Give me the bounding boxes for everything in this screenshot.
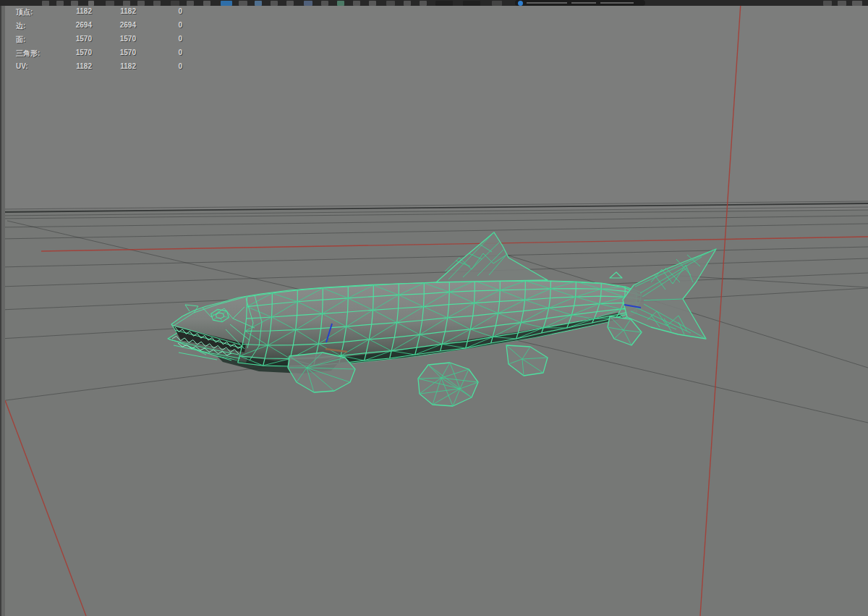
toolbar-icon[interactable] bbox=[137, 1, 145, 6]
cropped-label-text bbox=[527, 2, 567, 4]
hud-label: 边: bbox=[16, 21, 25, 31]
toolbar-icon[interactable] bbox=[304, 1, 312, 6]
hud-component-value: 0 bbox=[148, 21, 182, 29]
toolbar-icon[interactable] bbox=[404, 1, 411, 6]
toolbar-icon[interactable] bbox=[221, 1, 232, 6]
toolbar-icon[interactable] bbox=[88, 1, 94, 6]
toolbar-icon[interactable] bbox=[463, 1, 480, 6]
viewport-left-border-highlight bbox=[1, 6, 5, 616]
toolbar-icon[interactable] bbox=[106, 1, 114, 6]
cropped-label-text bbox=[571, 2, 596, 4]
viewport-3d[interactable] bbox=[0, 0, 868, 616]
hud-component-value: 0 bbox=[148, 62, 182, 70]
hud-total-value: 1182 bbox=[56, 62, 92, 70]
toolbar-icon[interactable] bbox=[852, 1, 862, 6]
toolbar-icon[interactable] bbox=[271, 1, 278, 6]
toolbar-icon[interactable] bbox=[153, 1, 161, 6]
toolbar-icon[interactable] bbox=[369, 1, 376, 6]
hud-label: 面: bbox=[16, 35, 25, 45]
hud-label: 三角形: bbox=[16, 48, 40, 59]
toolbar-icon[interactable] bbox=[838, 1, 846, 6]
hud-selected-value: 1182 bbox=[100, 62, 136, 70]
hud-component-value: 0 bbox=[148, 35, 182, 43]
toolbar-icon[interactable] bbox=[435, 1, 453, 6]
hud-selected-value: 1570 bbox=[100, 35, 136, 43]
hud-total-value: 1182 bbox=[56, 7, 92, 15]
application-window: 顶点:118211820边:269426940面:157015700三角形:15… bbox=[0, 0, 868, 616]
toolbar-icon[interactable] bbox=[386, 1, 395, 6]
toolbar-icon[interactable] bbox=[823, 1, 832, 6]
hud-component-value: 0 bbox=[148, 48, 182, 56]
toolbar-icon[interactable] bbox=[56, 1, 64, 6]
hud-total-value: 1570 bbox=[56, 48, 92, 56]
hud-label: UV: bbox=[16, 62, 28, 70]
toolbar-icon[interactable] bbox=[337, 1, 344, 6]
hud-selected-value: 1570 bbox=[100, 48, 136, 56]
toolbar-icon[interactable] bbox=[187, 1, 194, 6]
hud-label: 顶点: bbox=[16, 7, 33, 17]
toolbar-icon[interactable] bbox=[321, 1, 328, 6]
toolbar-icon[interactable] bbox=[353, 1, 360, 6]
toolbar-strip-cropped[interactable] bbox=[0, 0, 868, 6]
toolbar-icon[interactable] bbox=[123, 1, 130, 6]
hud-total-value: 1570 bbox=[56, 35, 92, 43]
toolbar-icon[interactable] bbox=[171, 1, 179, 6]
hud-selected-value: 2694 bbox=[100, 21, 136, 29]
hud-component-value: 0 bbox=[148, 7, 182, 15]
camera-icon bbox=[518, 1, 523, 6]
toolbar-icon[interactable] bbox=[286, 1, 294, 6]
ground-plane bbox=[0, 210, 868, 616]
toolbar-icon[interactable] bbox=[420, 1, 427, 6]
viewport-label-capsule[interactable] bbox=[515, 0, 645, 6]
toolbar-icon[interactable] bbox=[239, 1, 247, 6]
toolbar-icon[interactable] bbox=[203, 1, 210, 6]
toolbar-icon[interactable] bbox=[42, 1, 49, 6]
toolbar-icon[interactable] bbox=[71, 1, 78, 6]
cropped-label-text bbox=[600, 2, 634, 4]
hud-total-value: 2694 bbox=[56, 21, 92, 29]
hud-selected-value: 1182 bbox=[100, 7, 136, 15]
toolbar-icon[interactable] bbox=[255, 1, 262, 6]
toolbar-icon[interactable] bbox=[492, 1, 502, 6]
